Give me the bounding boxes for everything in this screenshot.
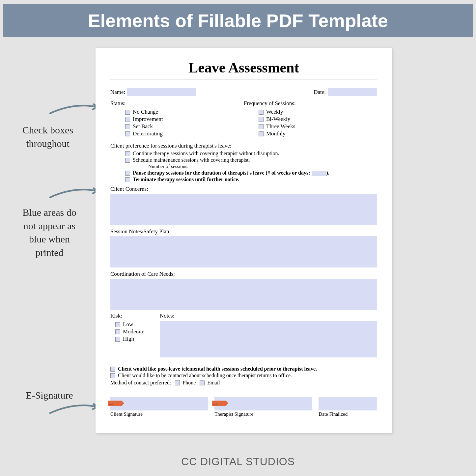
risk-opt: Moderate — [123, 328, 144, 335]
arrow-icon — [48, 183, 102, 203]
checkbox[interactable] — [115, 322, 120, 327]
sign-tag-icon: SIGN — [108, 401, 124, 406]
date-label: Date: — [314, 89, 326, 96]
sign-tag-icon: SIGN — [212, 401, 228, 406]
pref-sub: Number of sessions: — [148, 164, 377, 169]
checkbox[interactable] — [125, 117, 130, 122]
checkbox[interactable] — [259, 124, 264, 129]
risk-label: Risk: — [110, 313, 160, 319]
arrow-icon — [48, 399, 102, 418]
concerns-textarea[interactable] — [110, 194, 377, 225]
checkbox[interactable] — [115, 337, 120, 342]
name-label: Name: — [110, 89, 125, 96]
checkbox[interactable] — [125, 158, 130, 163]
name-input[interactable] — [127, 88, 196, 96]
date-input[interactable] — [328, 88, 377, 96]
freq-opt: Monthly — [266, 130, 286, 137]
pref-opt: Terminate therapy sessions until further… — [133, 177, 239, 182]
contact-label: Method of contact preferred: — [110, 380, 171, 386]
coord-label: Coordination of Care Needs: — [110, 271, 377, 277]
checkbox[interactable] — [110, 373, 115, 378]
sig-label: Therapist Signature — [214, 411, 312, 417]
freq-opt: Three Weeks — [266, 123, 295, 130]
status-opt: Improvement — [133, 116, 163, 123]
notes-label: Notes: — [160, 313, 377, 319]
risk-opt: Low — [123, 321, 133, 328]
divider — [110, 79, 377, 80]
checkbox[interactable] — [115, 329, 120, 334]
sig-label: Date Finalized — [319, 411, 377, 417]
status-opt: Set Back — [133, 123, 153, 130]
banner-title: Elements of Fillable PDF Template — [3, 4, 473, 37]
bottom-opt: Client would like post-leave telemental … — [118, 366, 317, 372]
checkbox[interactable] — [125, 151, 130, 156]
coord-textarea[interactable] — [110, 279, 377, 310]
annotation-blueareas: Blue areas donot appear asblue whenprint… — [7, 206, 92, 259]
status-label: Status: — [110, 100, 244, 107]
footer-brand: CC DIGITAL STUDIOS — [0, 456, 476, 468]
therapist-signature[interactable]: SIGN Therapist Signature — [214, 397, 312, 417]
checkbox[interactable] — [175, 380, 180, 385]
checkbox[interactable] — [110, 367, 115, 372]
weeks-input[interactable] — [312, 171, 326, 176]
pref-opt: Pause therapy sessions for the duration … — [133, 170, 329, 176]
checkbox[interactable] — [259, 117, 264, 122]
checkbox[interactable] — [125, 131, 130, 136]
checkbox[interactable] — [125, 124, 130, 129]
freq-opt: Weekly — [266, 109, 283, 115]
form-title: Leave Assessment — [110, 59, 377, 76]
pdf-page: Leave Assessment Name: Date: Status: No … — [96, 48, 392, 433]
notes-textarea[interactable] — [160, 321, 377, 357]
checkbox[interactable] — [125, 110, 130, 115]
freq-opt: Bi-Weekly — [266, 116, 290, 123]
freq-label: Frequency of Sessions: — [244, 100, 377, 107]
status-opt: No Change — [133, 109, 158, 115]
checkbox[interactable] — [125, 171, 130, 176]
checkbox[interactable] — [259, 110, 264, 115]
concerns-label: Client Concerns: — [110, 186, 377, 192]
phone-label: Phone — [182, 380, 196, 386]
date-finalized[interactable]: Date Finalized — [319, 397, 377, 417]
risk-opt: High — [123, 336, 134, 342]
session-notes-textarea[interactable] — [110, 236, 377, 267]
status-opt: Deteriorating — [133, 130, 163, 137]
arrow-icon — [48, 99, 102, 119]
pref-opt: Schedule maintenance sessions with cover… — [133, 157, 250, 163]
annotation-checkboxes: Check boxesthroughout — [7, 124, 89, 150]
pref-label: Client preference for sessions during th… — [110, 143, 377, 149]
client-signature[interactable]: SIGN Client Signature — [110, 397, 208, 417]
checkbox[interactable] — [200, 380, 205, 385]
session-notes-label: Session Notes/Safety Plan: — [110, 228, 377, 235]
sig-label: Client Signature — [110, 411, 208, 417]
bottom-opt: Client would like to be contacted about … — [118, 373, 292, 378]
pref-opt: Continue therapy sessions with covering … — [133, 151, 279, 156]
checkbox[interactable] — [259, 131, 264, 136]
checkbox[interactable] — [125, 177, 130, 182]
email-label: Email — [207, 380, 220, 386]
